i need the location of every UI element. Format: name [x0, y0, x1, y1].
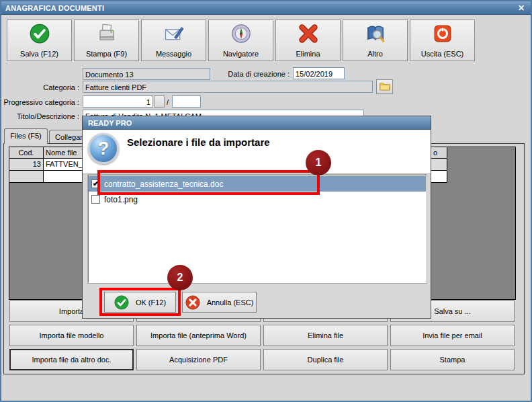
toolbar-button-navigatore[interactable]: Navigatore — [208, 19, 273, 61]
toolbar-label: Salva (F12) — [20, 50, 58, 58]
annotation-highlight-ok-button — [99, 288, 181, 316]
annulla-button-label: Annulla (ESC) — [207, 298, 254, 307]
folder-icon — [379, 80, 391, 93]
table-cell-cod[interactable] — [9, 171, 44, 183]
acquisizione-pdf-button[interactable]: Acquisizione PDF — [136, 349, 261, 370]
annotation-badge-2: 2 — [167, 265, 193, 290]
toolbar-label: Uscita (ESC) — [421, 50, 464, 58]
data-creazione-label: Data di creazione : — [214, 69, 290, 79]
printer-icon — [97, 24, 117, 44]
compass-icon — [231, 24, 251, 44]
progressivo-spinner-button[interactable] — [154, 95, 165, 108]
toolbar-button-messaggio[interactable]: Messaggio — [141, 19, 206, 61]
dialog-title: READY PRO — [88, 119, 132, 127]
elimina-file-button[interactable]: Elimina file — [263, 325, 388, 346]
exit-power-icon — [433, 24, 453, 44]
toolbar-label: Elimina — [296, 50, 320, 58]
duplica-file-button[interactable]: Duplica file — [263, 349, 388, 370]
toolbar-button-elimina[interactable]: Elimina — [275, 19, 341, 61]
close-icon[interactable]: ✕ — [516, 3, 527, 13]
annotation-badge-1: 1 — [306, 150, 331, 175]
file-name: foto1.png — [104, 195, 138, 204]
table-cell-cod[interactable]: 13 — [9, 159, 44, 171]
importa-file-modello-button[interactable]: Importa file modello — [9, 325, 134, 346]
data-creazione-field[interactable]: 15/02/2019 — [293, 67, 345, 79]
dialog-header-band: ? Selezionare i file da importare — [83, 130, 431, 174]
progressivo-field-2[interactable] — [172, 95, 201, 108]
titolo-label: Titolo/Descrizione : — [1, 111, 79, 122]
window-titlebar: ANAGRAFICA DOCUMENTI ✕ — [1, 1, 531, 15]
progressivo-field[interactable]: 1 — [83, 95, 153, 108]
importa-file-da-altro-doc-button[interactable]: Importa file da altro doc. — [9, 349, 134, 370]
delete-x-icon — [298, 24, 318, 44]
anagrafica-documenti-window: ANAGRAFICA DOCUMENTI ✕ Salva (F12) Stamp… — [0, 0, 532, 402]
toolbar-button-altro[interactable]: Altro — [343, 19, 408, 61]
stampa-file-button[interactable]: Stampa — [390, 349, 515, 370]
toolbar-button-stampa[interactable]: Stampa (F9) — [74, 19, 139, 61]
checkbox-unchecked-icon[interactable] — [91, 195, 100, 204]
tab-files[interactable]: Files (F5) — [4, 128, 48, 144]
toolbar-label: Messaggio — [156, 50, 191, 58]
documento-field: Documento 13 — [83, 68, 210, 80]
message-envelope-icon — [164, 24, 184, 44]
importa-file-anteprima-word-button[interactable]: Importa file (anteprima Word) — [136, 325, 261, 346]
toolbar-label: Altro — [367, 50, 383, 58]
toolbar-button-uscita[interactable]: Uscita (ESC) — [410, 19, 475, 61]
categoria-browse-button[interactable] — [376, 79, 393, 94]
toolbar-label: Navigatore — [223, 50, 259, 58]
book-search-icon — [365, 24, 386, 44]
progressivo-label: Progressivo categoria : — [1, 97, 79, 108]
annotation-highlight-file-row — [97, 170, 320, 195]
window-title: ANAGRAFICA DOCUMENTI — [5, 4, 104, 12]
invia-file-per-email-button[interactable]: Invia file per email — [390, 325, 515, 346]
categoria-field: Fatture clienti PDF — [83, 81, 373, 93]
cancel-x-icon — [185, 295, 200, 310]
toolbar-button-salva[interactable]: Salva (F12) — [7, 19, 72, 61]
save-check-icon — [30, 24, 50, 44]
categoria-label: Categoria : — [1, 82, 79, 93]
question-icon: ? — [88, 133, 119, 164]
toolbar-label: Stampa (F9) — [86, 50, 127, 58]
dialog-titlebar: READY PRO — [83, 116, 431, 130]
column-header-cod[interactable]: Cod. — [9, 147, 44, 159]
dialog-heading: Selezionare i file da importare — [127, 136, 270, 148]
annulla-button[interactable]: Annulla (ESC) — [182, 292, 257, 313]
